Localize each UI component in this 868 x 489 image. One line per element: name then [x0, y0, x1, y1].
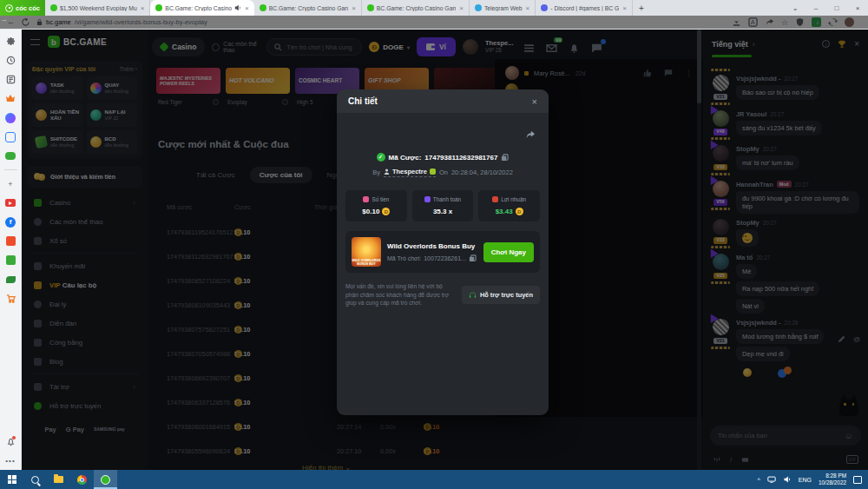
live-support-button[interactable]: Hỗ trợ trực tuyến: [462, 286, 540, 304]
copy-icon[interactable]: [469, 254, 477, 262]
add-shortcut-icon[interactable]: +: [5, 178, 16, 189]
leaf-deal-icon[interactable]: [5, 274, 16, 285]
game-code-row: Mã Trò chơi: 10072236261...: [387, 254, 477, 262]
action-center-icon[interactable]: [853, 476, 862, 484]
coccoc-side-strip: + f •••: [0, 30, 22, 470]
game-thumbnail[interactable]: WILD OVERLORDS BONUS BUY: [352, 237, 381, 267]
tab-close-icon[interactable]: ×: [245, 4, 249, 12]
bet-by-row: By Thespectre On 20:28:04, 28/10/2022: [337, 168, 549, 177]
stat-amount: Số tiền $0.10Ð: [345, 190, 407, 221]
tab-bcgame-3[interactable]: BC.Game: Crypto Casino Gan ×: [362, 0, 470, 16]
facebook-icon[interactable]: f: [5, 216, 16, 228]
bet-datetime: 20:28:04, 28/10/2022: [451, 169, 513, 176]
coccoc-brand-label: cốc cốc: [16, 4, 40, 12]
browser-tabbar: cốc cốc $1,500 Weekend Evoplay Mu × BC.G…: [0, 0, 868, 16]
bcgame-favicon: [260, 4, 266, 11]
bcgame-favicon: [367, 4, 374, 11]
messenger-icon[interactable]: [5, 112, 16, 123]
modal-title: Chi tiết: [348, 96, 378, 106]
windows-logo-icon: [8, 475, 16, 484]
tab-close-icon[interactable]: ×: [352, 4, 356, 12]
tab-close-icon[interactable]: ×: [622, 4, 627, 12]
settings-gear-icon[interactable]: [5, 36, 16, 47]
person-icon: [384, 169, 390, 175]
close-window-button[interactable]: ×: [847, 0, 868, 16]
notifications-bell-icon[interactable]: [5, 436, 16, 447]
taskbar-search-icon[interactable]: [23, 470, 47, 489]
games-gamepad-icon[interactable]: [5, 150, 16, 162]
tab-bcgame-active[interactable]: BC.Game: Crypto Casino ×: [150, 0, 253, 16]
language-indicator[interactable]: ENG: [799, 477, 812, 483]
system-tray: ^ ENG 8:28 PM 10/28/2022: [758, 472, 868, 486]
divider: [4, 169, 17, 170]
modal-header: Chi tiết ×: [337, 89, 549, 113]
forward-icon[interactable]: →: [0, 16, 868, 29]
telegram-favicon: [475, 4, 482, 11]
bcgame-page: b BC.GAME Đặc quyền VIP của tôi Thêm › T…: [22, 30, 868, 470]
youtube-icon[interactable]: [5, 197, 16, 208]
cart-icon[interactable]: [5, 293, 16, 304]
zalo-icon[interactable]: [5, 131, 16, 142]
more-options-icon[interactable]: •••: [5, 455, 16, 466]
tray-chevron-icon[interactable]: ^: [758, 477, 760, 483]
headphones-icon: [469, 291, 477, 299]
new-tab-button[interactable]: +: [633, 3, 650, 13]
share-bet-icon[interactable]: [525, 129, 536, 140]
window-controls: ⌄ – □ ×: [785, 0, 868, 16]
tab-close-icon[interactable]: ×: [526, 4, 530, 12]
coccoc-taskbar-icon[interactable]: [94, 470, 117, 489]
windows-taskbar: ^ ENG 8:28 PM 10/28/2022: [0, 470, 868, 489]
bet-details-modal: Chi tiết × ✓ Mã Cược: 174793811263298176…: [337, 89, 549, 415]
tab-evoplay-promo[interactable]: $1,500 Weekend Evoplay Mu ×: [45, 0, 150, 16]
chrome-taskbar-icon[interactable]: [70, 470, 94, 489]
bet-stats: Số tiền $0.10Ð Thanh toán 35.3 x Lợi nhu…: [345, 190, 540, 221]
bcgame-favicon: [50, 4, 57, 11]
play-now-button[interactable]: Chơi Ngay: [483, 242, 534, 262]
shop-green-icon[interactable]: [5, 254, 16, 266]
screen: cốc cốc $1,500 Weekend Evoplay Mu × BC.G…: [0, 0, 868, 489]
tab-close-icon[interactable]: ×: [141, 4, 145, 12]
discord-favicon: [541, 4, 548, 11]
notification-dot: [12, 436, 16, 439]
user-badge-icon: [430, 169, 436, 175]
coin-icon: Ð: [516, 208, 523, 215]
game-title: Wild Overlords Bonus Buy: [387, 242, 477, 250]
reading-list-icon[interactable]: [5, 74, 16, 85]
bet-id-row: ✓ Mã Cược: 1747938112632981767: [337, 153, 549, 162]
coccoc-logo-icon: [5, 4, 13, 12]
verified-check-icon: ✓: [377, 153, 385, 162]
bet-id-value: 1747938112632981767: [424, 154, 497, 162]
shopee-icon[interactable]: [5, 235, 16, 247]
crown-rewards-icon[interactable]: [5, 93, 16, 104]
stat-profit: Lợi nhuận $3.43Ð: [478, 190, 540, 221]
taskbar-clock[interactable]: 8:28 PM 10/28/2022: [819, 472, 846, 486]
modal-close-icon[interactable]: ×: [532, 96, 537, 107]
profit-icon: [492, 196, 498, 202]
coin-icon: Ð: [382, 208, 390, 215]
bet-username-link[interactable]: Thespectre: [384, 168, 436, 177]
network-icon[interactable]: [767, 476, 776, 483]
tab-discord[interactable]: - Discord | #games | BC G ×: [536, 0, 633, 16]
support-note-row: Mọi vấn đề, xin vui lòng liên hệ với bộ …: [345, 282, 540, 307]
history-icon[interactable]: [5, 55, 16, 66]
volume-icon[interactable]: [783, 476, 792, 483]
tab-bcgame-2[interactable]: BC.Game: Crypto Casino Gan ×: [254, 0, 362, 16]
coccoc-brand-button[interactable]: cốc cốc: [0, 0, 45, 16]
payout-icon: [424, 196, 431, 202]
amount-icon: [363, 196, 369, 202]
minimize-button[interactable]: –: [806, 0, 826, 16]
game-card: WILD OVERLORDS BONUS BUY Wild Overlords …: [345, 231, 540, 273]
start-button[interactable]: [0, 470, 23, 489]
copy-icon[interactable]: [501, 154, 509, 162]
file-explorer-icon[interactable]: [47, 470, 70, 489]
bcgame-favicon: [155, 4, 162, 11]
support-note: Mọi vấn đề, xin vui lòng liên hệ với bộ …: [345, 282, 455, 307]
stat-payout: Thanh toán 35.3 x: [412, 190, 474, 221]
tab-audio-icon[interactable]: [234, 4, 241, 11]
maximize-button[interactable]: □: [826, 0, 847, 16]
tab-close-icon[interactable]: ×: [459, 4, 464, 12]
tab-telegram[interactable]: Telegram Web ×: [470, 0, 536, 16]
address-bar: ← → bc.game/vi/game/wild-overlords-bonus…: [0, 16, 868, 30]
tab-search-icon[interactable]: ⌄: [785, 0, 806, 16]
